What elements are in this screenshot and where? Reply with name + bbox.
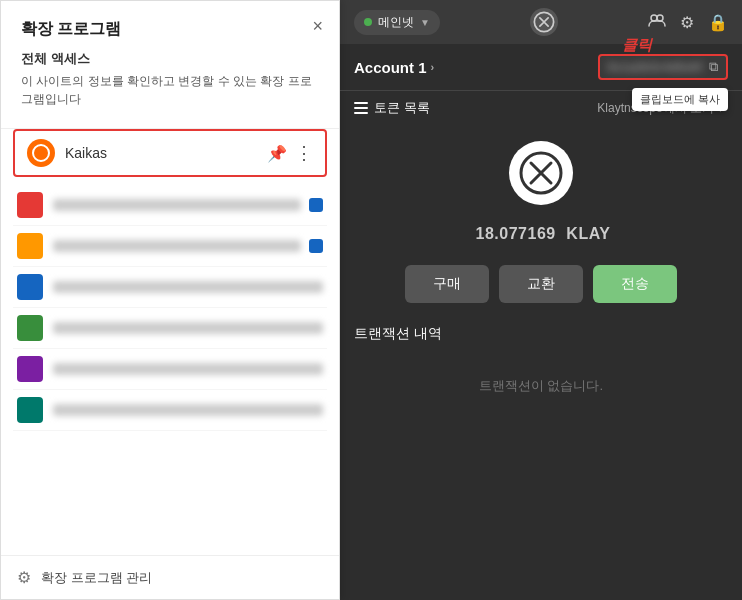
settings-icon[interactable]: ⚙ xyxy=(680,13,694,32)
list-item[interactable] xyxy=(13,308,327,349)
menu-icon xyxy=(354,102,368,114)
manage-extensions-label: 확장 프로그램 관리 xyxy=(41,569,152,587)
token-list-label: 토큰 목록 xyxy=(374,99,430,117)
network-selector[interactable]: 메인넷 ▼ xyxy=(354,10,440,35)
token-list-label-group: 토큰 목록 xyxy=(354,99,430,117)
list-item[interactable] xyxy=(13,226,327,267)
wallet-main: 18.077169 KLAY 구매 교환 전송 트랜잭션 내역 트랜잭션이 없습… xyxy=(340,125,742,600)
menu-line-2 xyxy=(354,107,368,109)
network-label: 메인넷 xyxy=(378,14,414,31)
ext-label-2 xyxy=(53,240,301,252)
lock-icon[interactable]: 🔒 xyxy=(708,13,728,32)
copy-address-icon[interactable]: ⧉ xyxy=(709,59,718,75)
ext-header: 확장 프로그램 × 전체 액세스 이 사이트의 정보를 확인하고 변경할 수 있… xyxy=(1,1,339,129)
click-annotation: 클릭 xyxy=(622,36,652,55)
buy-button[interactable]: 구매 xyxy=(405,265,489,303)
transaction-empty: 트랜잭션이 없습니다. xyxy=(354,357,728,415)
ext-icon-5 xyxy=(17,356,43,382)
gear-icon: ⚙ xyxy=(17,568,31,587)
address-box[interactable]: 0x1a2b3c4d5e6f ⧉ xyxy=(598,54,728,80)
account-bar-wrapper: Account 1 › 0x1a2b3c4d5e6f ⧉ 클릭 클립보드에 복사 xyxy=(340,44,742,91)
account-bar: Account 1 › 0x1a2b3c4d5e6f ⧉ xyxy=(340,44,742,91)
ext-icon-6 xyxy=(17,397,43,423)
access-title: 전체 액세스 xyxy=(21,50,319,68)
list-item[interactable] xyxy=(13,185,327,226)
wallet-address: 0x1a2b3c4d5e6f xyxy=(608,61,703,73)
ext-badge-1 xyxy=(309,198,323,212)
svg-point-2 xyxy=(657,15,663,21)
ext-label-1 xyxy=(53,199,301,211)
kaikas-icon-inner xyxy=(32,144,50,162)
menu-line-3 xyxy=(354,112,368,114)
svg-point-1 xyxy=(651,15,657,21)
close-button[interactable]: × xyxy=(312,17,323,35)
ext-label-5 xyxy=(53,363,323,375)
extension-list xyxy=(1,185,339,431)
wallet-panel: 메인넷 ▼ ⚙ 🔒 xyxy=(340,0,742,600)
chevron-down-icon: ▼ xyxy=(420,17,430,28)
balance-display: 18.077169 KLAY xyxy=(472,219,611,245)
ext-icon-2 xyxy=(17,233,43,259)
ext-label-3 xyxy=(53,281,323,293)
kaikas-logo-icon xyxy=(519,151,563,195)
access-desc: 이 사이트의 정보를 확인하고 변경할 수 있는 확장 프로그램입니다 xyxy=(21,72,319,108)
action-buttons: 구매 교환 전송 xyxy=(354,265,728,303)
exchange-button[interactable]: 교환 xyxy=(499,265,583,303)
transaction-section: 트랜잭션 내역 트랜잭션이 없습니다. xyxy=(354,325,728,415)
extension-popup: 확장 프로그램 × 전체 액세스 이 사이트의 정보를 확인하고 변경할 수 있… xyxy=(0,0,340,600)
kaikas-icon xyxy=(27,139,55,167)
list-item[interactable] xyxy=(13,349,327,390)
kaikas-label: Kaikas xyxy=(65,145,267,161)
network-status-dot xyxy=(364,18,372,26)
menu-line-1 xyxy=(354,102,368,104)
clipboard-tooltip: 클립보드에 복사 xyxy=(632,88,728,111)
ext-title: 확장 프로그램 xyxy=(21,19,319,40)
kaikas-pin-icon: 📌 xyxy=(267,144,287,163)
nav-icons-group: ⚙ 🔒 xyxy=(648,13,728,32)
accounts-icon[interactable] xyxy=(648,13,666,31)
ext-label-4 xyxy=(53,322,323,334)
list-item[interactable] xyxy=(13,267,327,308)
kaikas-logo-nav-icon xyxy=(533,11,555,33)
ext-badge-2 xyxy=(309,239,323,253)
ext-label-6 xyxy=(53,404,323,416)
wallet-logo xyxy=(509,141,573,205)
send-button[interactable]: 전송 xyxy=(593,265,677,303)
account-name[interactable]: Account 1 › xyxy=(354,59,434,76)
ext-icon-4 xyxy=(17,315,43,341)
account-chevron-icon: › xyxy=(431,61,435,73)
wallet-logo-nav xyxy=(530,8,558,36)
list-item[interactable] xyxy=(13,390,327,431)
ext-icon-3 xyxy=(17,274,43,300)
kaikas-extension-item[interactable]: Kaikas 📌 ⋮ xyxy=(13,129,327,177)
kaikas-menu-icon[interactable]: ⋮ xyxy=(295,142,313,164)
transaction-title: 트랜잭션 내역 xyxy=(354,325,728,343)
wallet-nav: 메인넷 ▼ ⚙ 🔒 xyxy=(340,0,742,44)
ext-footer[interactable]: ⚙ 확장 프로그램 관리 xyxy=(1,555,339,599)
ext-icon-1 xyxy=(17,192,43,218)
